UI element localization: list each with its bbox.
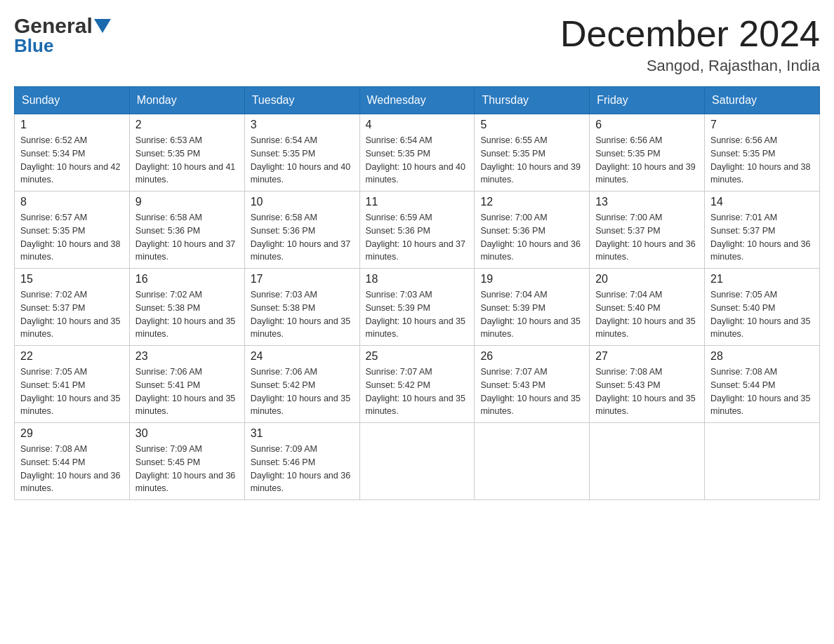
calendar-cell: 26Sunrise: 7:07 AMSunset: 5:43 PMDayligh… [475,346,590,423]
day-number: 28 [710,350,814,363]
day-number: 19 [480,273,583,286]
day-number: 25 [366,350,469,363]
day-number: 1 [20,119,124,131]
header-wednesday: Wednesday [359,87,475,114]
day-number: 2 [135,119,239,131]
day-info: Sunrise: 7:02 AMSunset: 5:38 PMDaylight:… [135,288,239,341]
calendar-cell: 25Sunrise: 7:07 AMSunset: 5:42 PMDayligh… [359,346,475,423]
day-info: Sunrise: 6:55 AMSunset: 5:35 PMDaylight:… [480,134,583,187]
calendar-cell [590,423,705,500]
day-info: Sunrise: 6:58 AMSunset: 5:36 PMDaylight:… [251,211,354,264]
calendar-cell: 30Sunrise: 7:09 AMSunset: 5:45 PMDayligh… [129,423,244,500]
calendar-cell: 15Sunrise: 7:02 AMSunset: 5:37 PMDayligh… [15,269,130,346]
day-info: Sunrise: 6:59 AMSunset: 5:36 PMDaylight:… [366,211,469,264]
day-number: 6 [595,119,699,131]
day-number: 5 [480,119,583,131]
day-number: 8 [20,196,124,208]
day-info: Sunrise: 7:06 AMSunset: 5:42 PMDaylight:… [251,365,354,418]
calendar-cell [705,423,820,500]
day-info: Sunrise: 7:02 AMSunset: 5:37 PMDaylight:… [20,288,124,341]
calendar-cell [359,423,475,500]
day-info: Sunrise: 7:08 AMSunset: 5:44 PMDaylight:… [710,365,814,418]
calendar-cell: 9Sunrise: 6:58 AMSunset: 5:36 PMDaylight… [129,192,244,269]
day-info: Sunrise: 6:57 AMSunset: 5:35 PMDaylight:… [20,211,124,264]
day-number: 11 [366,196,469,208]
day-number: 23 [135,350,239,363]
calendar-cell: 5Sunrise: 6:55 AMSunset: 5:35 PMDaylight… [475,114,590,192]
calendar-cell: 29Sunrise: 7:08 AMSunset: 5:44 PMDayligh… [15,423,130,500]
location-subtitle: Sangod, Rajasthan, India [560,57,820,75]
month-year-title: December 2024 [560,14,820,54]
week-row-1: 1Sunrise: 6:52 AMSunset: 5:34 PMDaylight… [15,114,820,192]
day-info: Sunrise: 7:07 AMSunset: 5:43 PMDaylight:… [480,365,583,418]
calendar-cell: 22Sunrise: 7:05 AMSunset: 5:41 PMDayligh… [15,346,130,423]
day-info: Sunrise: 6:54 AMSunset: 5:35 PMDaylight:… [366,134,469,187]
calendar-cell: 16Sunrise: 7:02 AMSunset: 5:38 PMDayligh… [129,269,244,346]
day-info: Sunrise: 7:00 AMSunset: 5:37 PMDaylight:… [595,211,699,264]
day-info: Sunrise: 7:03 AMSunset: 5:39 PMDaylight:… [366,288,469,341]
calendar-cell [475,423,590,500]
svg-marker-0 [94,19,111,33]
day-number: 3 [251,119,354,131]
header-saturday: Saturday [705,87,820,114]
day-number: 4 [366,119,469,131]
day-number: 21 [710,273,814,286]
calendar-cell: 17Sunrise: 7:03 AMSunset: 5:38 PMDayligh… [244,269,359,346]
header-friday: Friday [590,87,705,114]
calendar-cell: 31Sunrise: 7:09 AMSunset: 5:46 PMDayligh… [244,423,359,500]
calendar-cell: 24Sunrise: 7:06 AMSunset: 5:42 PMDayligh… [244,346,359,423]
day-info: Sunrise: 6:54 AMSunset: 5:35 PMDaylight:… [251,134,354,187]
calendar-cell: 3Sunrise: 6:54 AMSunset: 5:35 PMDaylight… [244,114,359,192]
day-info: Sunrise: 7:04 AMSunset: 5:40 PMDaylight:… [595,288,699,341]
day-number: 16 [135,273,239,286]
day-info: Sunrise: 7:08 AMSunset: 5:44 PMDaylight:… [20,443,124,495]
day-number: 29 [20,427,124,440]
day-number: 27 [595,350,699,363]
day-number: 10 [251,196,354,208]
calendar-cell: 2Sunrise: 6:53 AMSunset: 5:35 PMDaylight… [129,114,244,192]
day-info: Sunrise: 7:06 AMSunset: 5:41 PMDaylight:… [135,365,239,418]
day-info: Sunrise: 7:09 AMSunset: 5:46 PMDaylight:… [251,443,354,495]
title-area: December 2024 Sangod, Rajasthan, India [560,14,820,75]
header-thursday: Thursday [475,87,590,114]
day-number: 24 [251,350,354,363]
day-info: Sunrise: 7:01 AMSunset: 5:37 PMDaylight:… [710,211,814,264]
calendar-cell: 7Sunrise: 6:56 AMSunset: 5:35 PMDaylight… [705,114,820,192]
logo: General Blue [14,14,111,57]
week-row-3: 15Sunrise: 7:02 AMSunset: 5:37 PMDayligh… [15,269,820,346]
day-info: Sunrise: 7:03 AMSunset: 5:38 PMDaylight:… [251,288,354,341]
calendar-cell: 4Sunrise: 6:54 AMSunset: 5:35 PMDaylight… [359,114,475,192]
day-info: Sunrise: 7:05 AMSunset: 5:41 PMDaylight:… [20,365,124,418]
logo-triangle-icon [94,19,111,33]
logo-blue-text: Blue [14,35,53,57]
day-number: 18 [366,273,469,286]
week-row-5: 29Sunrise: 7:08 AMSunset: 5:44 PMDayligh… [15,423,820,500]
day-number: 17 [251,273,354,286]
day-info: Sunrise: 7:00 AMSunset: 5:36 PMDaylight:… [480,211,583,264]
day-number: 9 [135,196,239,208]
calendar-cell: 11Sunrise: 6:59 AMSunset: 5:36 PMDayligh… [359,192,475,269]
calendar-cell: 19Sunrise: 7:04 AMSunset: 5:39 PMDayligh… [475,269,590,346]
day-number: 31 [251,427,354,440]
header-sunday: Sunday [15,87,130,114]
day-info: Sunrise: 6:53 AMSunset: 5:35 PMDaylight:… [135,134,239,187]
header-tuesday: Tuesday [244,87,359,114]
day-info: Sunrise: 6:56 AMSunset: 5:35 PMDaylight:… [710,134,814,187]
day-info: Sunrise: 7:04 AMSunset: 5:39 PMDaylight:… [480,288,583,341]
day-number: 12 [480,196,583,208]
calendar-cell: 12Sunrise: 7:00 AMSunset: 5:36 PMDayligh… [475,192,590,269]
day-info: Sunrise: 7:07 AMSunset: 5:42 PMDaylight:… [366,365,469,418]
calendar-cell: 14Sunrise: 7:01 AMSunset: 5:37 PMDayligh… [705,192,820,269]
day-number: 13 [595,196,699,208]
week-row-2: 8Sunrise: 6:57 AMSunset: 5:35 PMDaylight… [15,192,820,269]
day-info: Sunrise: 7:09 AMSunset: 5:45 PMDaylight:… [135,443,239,495]
page-header: General Blue December 2024 Sangod, Rajas… [14,14,820,75]
day-number: 15 [20,273,124,286]
day-info: Sunrise: 6:58 AMSunset: 5:36 PMDaylight:… [135,211,239,264]
calendar-table: Sunday Monday Tuesday Wednesday Thursday… [14,86,820,500]
calendar-cell: 20Sunrise: 7:04 AMSunset: 5:40 PMDayligh… [590,269,705,346]
logo-general-text: General [14,14,93,38]
calendar-cell: 21Sunrise: 7:05 AMSunset: 5:40 PMDayligh… [705,269,820,346]
calendar-cell: 28Sunrise: 7:08 AMSunset: 5:44 PMDayligh… [705,346,820,423]
calendar-cell: 8Sunrise: 6:57 AMSunset: 5:35 PMDaylight… [15,192,130,269]
